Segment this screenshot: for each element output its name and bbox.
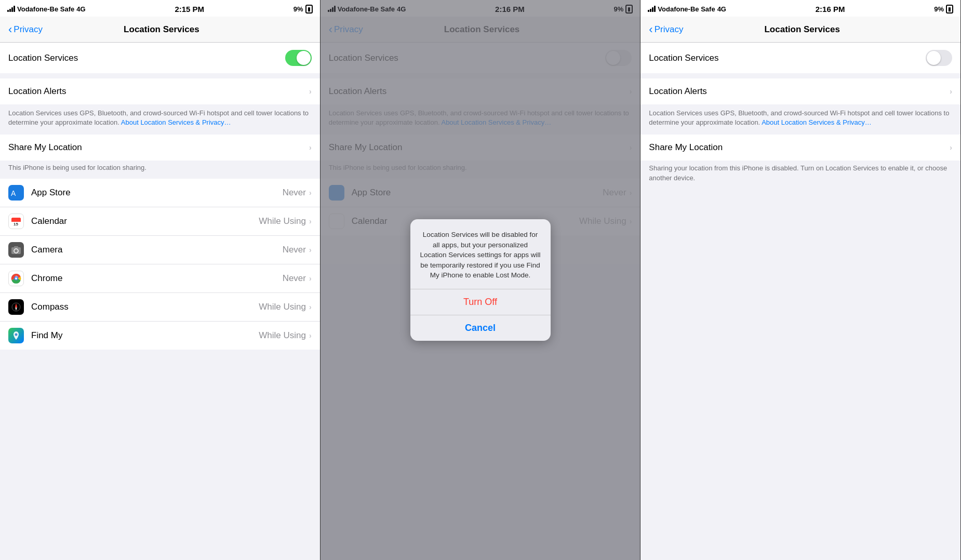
cancel-button[interactable]: Cancel — [410, 315, 551, 341]
app-name-camera-1: Camera — [31, 245, 283, 255]
svg-rect-8 — [14, 246, 18, 248]
network-label-3: 4G — [717, 5, 726, 13]
status-bar-3: Vodafone-Be Safe 4G 2:16 PM 9% ▮ — [640, 0, 960, 17]
app-name-findmy-1: Find My — [31, 330, 259, 341]
app-perm-appstore-1: Never — [283, 188, 306, 198]
app-list-1: A App Store Never › 15 Calendar — [0, 179, 320, 350]
list-item-findmy-1[interactable]: Find My While Using › — [0, 322, 320, 350]
info-text-1: Location Services uses GPS, Bluetooth, a… — [0, 104, 320, 135]
share-location-label-1: Share My Location — [8, 142, 309, 153]
phone-panel-1: Vodafone-Be Safe 4G 2:15 PM 9% ▮ ‹ Priva… — [0, 0, 321, 560]
nav-title-1: Location Services — [11, 24, 312, 35]
signal-icon-3 — [648, 6, 656, 12]
signal-icon — [7, 6, 15, 12]
battery-icon-3: ▮ — [946, 5, 953, 14]
battery-icon: ▮ — [305, 5, 313, 14]
list-item-appstore-1[interactable]: A App Store Never › — [0, 179, 320, 207]
app-name-calendar-1: Calendar — [31, 216, 259, 226]
app-icon-findmy-1 — [8, 328, 24, 343]
app-icon-chrome-1 — [8, 271, 24, 286]
list-item-calendar-1[interactable]: 15 Calendar While Using › — [0, 207, 320, 236]
location-alerts-item-1[interactable]: Location Alerts › — [0, 78, 320, 104]
divider-1a — [0, 73, 320, 78]
location-services-toggle-row-1: Location Services — [0, 43, 320, 73]
time-label: 2:15 PM — [175, 5, 204, 14]
list-item-chrome-1[interactable]: Chrome Never › — [0, 264, 320, 293]
battery-label-3: 9% — [934, 5, 944, 13]
svg-text:15: 15 — [14, 222, 18, 226]
app-name-compass-1: Compass — [31, 302, 259, 312]
nav-bar-3: ‹ Privacy Location Services — [640, 17, 960, 43]
sharing-desc-1: This iPhone is being used for location s… — [0, 161, 320, 179]
app-perm-compass-1: While Using — [259, 302, 306, 312]
content-3: Location Services Location Alerts › Loca… — [640, 43, 960, 560]
nav-bar-1: ‹ Privacy Location Services — [0, 17, 320, 43]
toggle-section-1: Location Services — [0, 43, 320, 73]
carrier-label: Vodafone-Be Safe — [17, 5, 74, 13]
info-link-1[interactable]: About Location Services & Privacy… — [121, 118, 231, 126]
alert-box-2: Location Services will be disabled for a… — [410, 219, 551, 341]
content-1: Location Services Location Alerts › Loca… — [0, 43, 320, 560]
list-item-compass-1[interactable]: Compass While Using › — [0, 293, 320, 322]
app-perm-camera-1: Never — [283, 245, 306, 255]
svg-point-12 — [15, 277, 17, 279]
app-perm-calendar-1: While Using — [259, 216, 306, 226]
turn-off-button[interactable]: Turn Off — [410, 289, 551, 315]
list-item-camera-1[interactable]: Camera Never › — [0, 236, 320, 264]
share-location-section-1: Share My Location › — [0, 135, 320, 161]
location-alerts-item-3[interactable]: Location Alerts › — [640, 78, 960, 104]
share-location-chevron-1: › — [309, 143, 312, 152]
location-services-label-1: Location Services — [8, 53, 78, 63]
location-alerts-section-1: Location Alerts › — [0, 78, 320, 104]
battery-label: 9% — [293, 5, 303, 13]
nav-title-3: Location Services — [652, 24, 952, 35]
location-services-toggle-1[interactable] — [285, 50, 312, 66]
network-label: 4G — [76, 5, 85, 13]
sharing-disabled-text-3: Sharing your location from this iPhone i… — [640, 161, 960, 191]
app-perm-findmy-1: While Using — [259, 330, 306, 341]
phone-panel-2: Vodafone-Be Safe 4G 2:16 PM 9% ▮ ‹ Priva… — [321, 0, 641, 560]
status-bar-1: Vodafone-Be Safe 4G 2:15 PM 9% ▮ — [0, 0, 320, 17]
alert-overlay-2: Location Services will be disabled for a… — [321, 0, 640, 560]
location-services-toggle-3[interactable] — [926, 50, 952, 66]
app-icon-camera-1 — [8, 242, 24, 258]
share-location-item-1[interactable]: Share My Location › — [0, 135, 320, 161]
toggle-thumb-1 — [297, 51, 311, 65]
share-location-item-3[interactable]: Share My Location › — [640, 135, 960, 161]
app-icon-compass-1 — [8, 299, 24, 315]
location-alerts-chevron-1: › — [309, 87, 312, 96]
alert-body-2: Location Services will be disabled for a… — [410, 219, 551, 289]
carrier-label-3: Vodafone-Be Safe — [658, 5, 715, 13]
app-icon-calendar-1: 15 — [8, 214, 24, 229]
svg-text:A: A — [11, 189, 16, 197]
app-name-chrome-1: Chrome — [31, 273, 283, 284]
svg-point-16 — [15, 334, 18, 336]
app-perm-chrome-1: Never — [283, 273, 306, 284]
time-label-3: 2:16 PM — [816, 5, 845, 14]
app-icon-appstore-1: A — [8, 185, 24, 201]
location-alerts-label-1: Location Alerts — [8, 86, 309, 97]
phone-panel-3: Vodafone-Be Safe 4G 2:16 PM 9% ▮ ‹ Priva… — [640, 0, 961, 560]
app-name-appstore-1: App Store — [31, 188, 283, 198]
